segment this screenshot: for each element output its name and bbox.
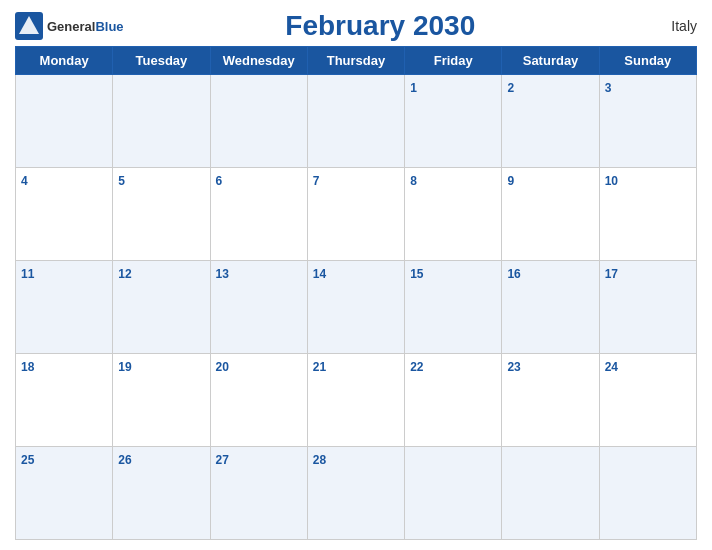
calendar-cell-w4d2: 19 xyxy=(113,354,210,447)
calendar-cell-w1d1 xyxy=(16,75,113,168)
calendar-cell-w2d5: 8 xyxy=(405,168,502,261)
calendar-cell-w2d1: 4 xyxy=(16,168,113,261)
calendar-cell-w2d2: 5 xyxy=(113,168,210,261)
weekday-thursday: Thursday xyxy=(307,47,404,75)
calendar-cell-w5d7 xyxy=(599,447,696,540)
calendar-cell-w4d1: 18 xyxy=(16,354,113,447)
day-number-1: 1 xyxy=(410,81,417,95)
day-number-6: 6 xyxy=(216,174,223,188)
calendar-cell-w5d2: 26 xyxy=(113,447,210,540)
calendar-table: Monday Tuesday Wednesday Thursday Friday… xyxy=(15,46,697,540)
calendar-title: February 2030 xyxy=(124,10,637,42)
country-label: Italy xyxy=(637,18,697,34)
calendar-cell-w4d7: 24 xyxy=(599,354,696,447)
week-row-2: 45678910 xyxy=(16,168,697,261)
calendar-cell-w3d6: 16 xyxy=(502,261,599,354)
day-number-27: 27 xyxy=(216,453,229,467)
day-number-3: 3 xyxy=(605,81,612,95)
calendar-cell-w5d4: 28 xyxy=(307,447,404,540)
calendar-cell-w2d7: 10 xyxy=(599,168,696,261)
logo-text: GeneralBlue xyxy=(47,17,124,35)
week-row-4: 18192021222324 xyxy=(16,354,697,447)
day-number-24: 24 xyxy=(605,360,618,374)
weekday-friday: Friday xyxy=(405,47,502,75)
day-number-28: 28 xyxy=(313,453,326,467)
day-number-11: 11 xyxy=(21,267,34,281)
calendar-cell-w2d3: 6 xyxy=(210,168,307,261)
calendar-cell-w1d7: 3 xyxy=(599,75,696,168)
day-number-22: 22 xyxy=(410,360,423,374)
calendar-cell-w3d2: 12 xyxy=(113,261,210,354)
day-number-4: 4 xyxy=(21,174,28,188)
day-number-7: 7 xyxy=(313,174,320,188)
day-number-13: 13 xyxy=(216,267,229,281)
day-number-21: 21 xyxy=(313,360,326,374)
logo-general: General xyxy=(47,19,95,34)
day-number-18: 18 xyxy=(21,360,34,374)
weekday-monday: Monday xyxy=(16,47,113,75)
day-number-9: 9 xyxy=(507,174,514,188)
logo: GeneralBlue xyxy=(15,12,124,40)
day-number-8: 8 xyxy=(410,174,417,188)
calendar-cell-w1d5: 1 xyxy=(405,75,502,168)
calendar-cell-w1d4 xyxy=(307,75,404,168)
day-number-26: 26 xyxy=(118,453,131,467)
day-number-16: 16 xyxy=(507,267,520,281)
calendar-cell-w4d4: 21 xyxy=(307,354,404,447)
weekday-header-row: Monday Tuesday Wednesday Thursday Friday… xyxy=(16,47,697,75)
day-number-2: 2 xyxy=(507,81,514,95)
day-number-5: 5 xyxy=(118,174,125,188)
week-row-3: 11121314151617 xyxy=(16,261,697,354)
week-row-5: 25262728 xyxy=(16,447,697,540)
weekday-tuesday: Tuesday xyxy=(113,47,210,75)
day-number-19: 19 xyxy=(118,360,131,374)
day-number-25: 25 xyxy=(21,453,34,467)
calendar-cell-w3d5: 15 xyxy=(405,261,502,354)
calendar-cell-w5d3: 27 xyxy=(210,447,307,540)
calendar-cell-w1d3 xyxy=(210,75,307,168)
day-number-20: 20 xyxy=(216,360,229,374)
calendar-cell-w4d3: 20 xyxy=(210,354,307,447)
weekday-wednesday: Wednesday xyxy=(210,47,307,75)
calendar-cell-w1d6: 2 xyxy=(502,75,599,168)
day-number-10: 10 xyxy=(605,174,618,188)
calendar-cell-w3d7: 17 xyxy=(599,261,696,354)
calendar-cell-w1d2 xyxy=(113,75,210,168)
calendar-cell-w4d5: 22 xyxy=(405,354,502,447)
day-number-17: 17 xyxy=(605,267,618,281)
calendar-cell-w2d4: 7 xyxy=(307,168,404,261)
calendar-cell-w5d1: 25 xyxy=(16,447,113,540)
generalblue-logo-icon xyxy=(15,12,43,40)
calendar-cell-w3d1: 11 xyxy=(16,261,113,354)
calendar-cell-w2d6: 9 xyxy=(502,168,599,261)
top-bar: GeneralBlue February 2030 Italy xyxy=(15,10,697,42)
calendar-cell-w3d4: 14 xyxy=(307,261,404,354)
calendar-cell-w4d6: 23 xyxy=(502,354,599,447)
weekday-saturday: Saturday xyxy=(502,47,599,75)
logo-blue: Blue xyxy=(95,19,123,34)
day-number-12: 12 xyxy=(118,267,131,281)
calendar-cell-w5d5 xyxy=(405,447,502,540)
day-number-15: 15 xyxy=(410,267,423,281)
day-number-23: 23 xyxy=(507,360,520,374)
week-row-1: 123 xyxy=(16,75,697,168)
weekday-sunday: Sunday xyxy=(599,47,696,75)
day-number-14: 14 xyxy=(313,267,326,281)
calendar-cell-w5d6 xyxy=(502,447,599,540)
calendar-cell-w3d3: 13 xyxy=(210,261,307,354)
